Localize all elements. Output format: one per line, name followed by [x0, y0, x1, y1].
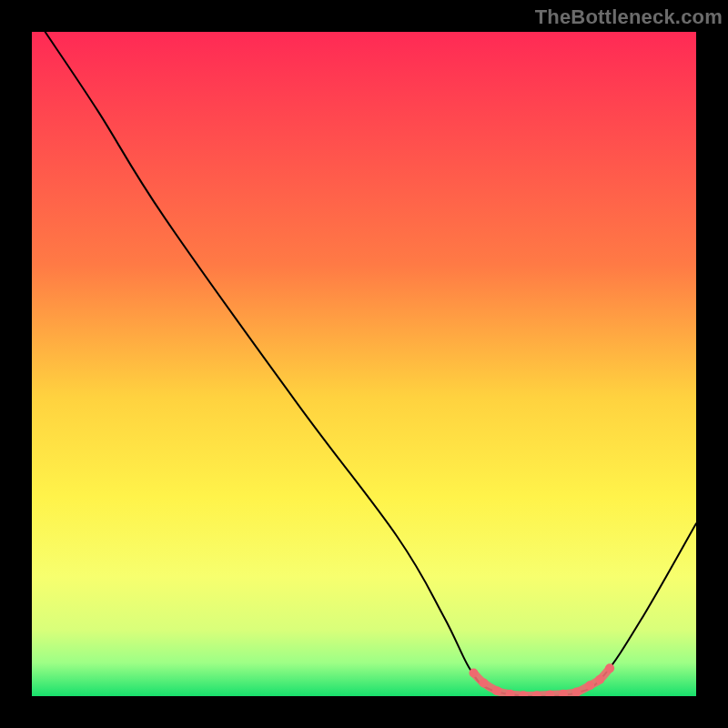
chart-container: TheBottleneck.com	[0, 0, 728, 728]
optimal-marker	[479, 678, 488, 687]
optimal-marker	[595, 675, 604, 684]
plot-area	[32, 32, 696, 696]
optimal-marker	[469, 668, 478, 677]
plot-svg	[32, 32, 696, 696]
optimal-marker	[492, 686, 501, 695]
optimal-marker	[605, 663, 614, 672]
gradient-background	[32, 32, 696, 696]
watermark-text: TheBottleneck.com	[535, 5, 723, 29]
optimal-marker	[585, 681, 594, 690]
